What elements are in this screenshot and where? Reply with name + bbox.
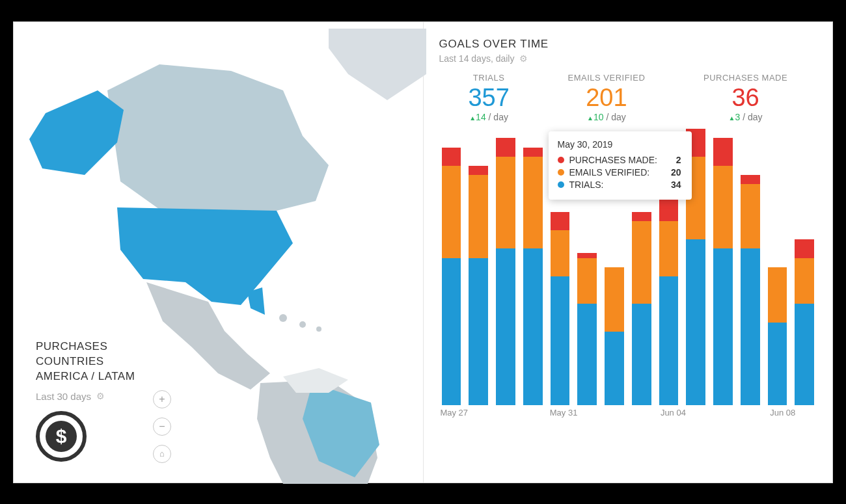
bar-segment — [686, 239, 705, 405]
bar[interactable] — [605, 267, 624, 405]
bar-segment — [632, 221, 651, 304]
bar[interactable] — [551, 212, 570, 405]
tooltip-row-purchases: PURCHASES MADE: 2 — [558, 155, 681, 165]
stacked-bar-chart[interactable]: May 30, 2019 PURCHASES MADE: 2 EMAILS VE… — [439, 129, 817, 425]
bar-segment — [496, 157, 515, 249]
goals-panel: GOALS OVER TIME Last 14 days, daily ⚙ TR… — [424, 22, 833, 483]
metric-emails: EMAILS VERIFIED 201 ▲10 / day — [568, 73, 646, 123]
bar-segment — [632, 304, 651, 405]
bar-segment — [523, 248, 543, 405]
metric-trials-label: TRIALS — [468, 73, 509, 83]
bar-segment — [605, 267, 624, 332]
bar[interactable] — [741, 175, 760, 405]
gear-icon[interactable]: ⚙ — [519, 53, 528, 64]
map-container: PURCHASES COUNTRIES AMERICA / LATAM Last… — [29, 35, 407, 470]
up-arrow-icon: ▲ — [729, 114, 735, 122]
x-axis: May 27 May 31 Jun 04 Jun 08 — [439, 408, 817, 425]
bar-segment — [741, 248, 760, 405]
bar[interactable] — [523, 148, 543, 406]
bar[interactable] — [795, 239, 814, 405]
goals-subtitle-text: Last 14 days, daily — [439, 53, 515, 64]
metric-trials-delta: ▲14 / day — [468, 112, 509, 122]
bar[interactable] — [577, 253, 597, 405]
dot-icon — [558, 181, 564, 188]
bar-segment — [713, 138, 733, 166]
bar-segment — [713, 248, 733, 405]
bar-segment — [577, 304, 597, 405]
up-arrow-icon: ▲ — [469, 114, 476, 122]
svg-point-2 — [316, 326, 321, 332]
tooltip-row-trials: TRIALS: 34 — [558, 179, 681, 190]
bar-segment — [523, 148, 543, 157]
bar[interactable] — [442, 148, 461, 406]
bar[interactable] — [768, 267, 787, 406]
metric-purchases-label: PURCHASES MADE — [703, 73, 787, 83]
bar-segment — [469, 175, 488, 258]
metric-purchases-value: 36 — [703, 84, 787, 113]
bar[interactable] — [632, 212, 651, 405]
bar-segment — [496, 248, 515, 405]
goals-subtitle: Last 14 days, daily ⚙ — [439, 53, 817, 64]
chart-tooltip: May 30, 2019 PURCHASES MADE: 2 EMAILS VE… — [549, 131, 692, 200]
zoom-out-button[interactable]: − — [153, 418, 171, 436]
bar-segment — [713, 166, 733, 249]
bar-segment — [442, 258, 461, 406]
bar-segment — [551, 212, 570, 230]
gear-icon[interactable]: ⚙ — [96, 391, 105, 401]
dashboard: PURCHASES COUNTRIES AMERICA / LATAM Last… — [13, 21, 833, 483]
tooltip-date: May 30, 2019 — [558, 139, 681, 150]
bar-segment — [632, 212, 651, 221]
bar-segment — [496, 138, 515, 156]
goals-title: GOALS OVER TIME — [439, 38, 817, 51]
bar[interactable] — [713, 138, 733, 405]
map-labels: PURCHASES COUNTRIES AMERICA / LATAM Last… — [36, 339, 205, 462]
bar-segment — [442, 148, 461, 166]
bar-segment — [469, 166, 488, 175]
bar-segment — [659, 276, 679, 405]
metric-purchases: PURCHASES MADE 36 ▲3 / day — [703, 73, 787, 123]
bar-segment — [741, 184, 760, 248]
map-period-text: Last 30 days — [36, 391, 91, 402]
metric-trials: TRIALS 357 ▲14 / day — [468, 73, 509, 123]
bar[interactable] — [496, 138, 515, 405]
bar-segment — [768, 323, 787, 406]
bar-segment — [577, 258, 597, 304]
dot-icon — [558, 157, 564, 163]
bar-segment — [551, 276, 570, 405]
svg-point-0 — [279, 314, 287, 322]
bar-segment — [795, 304, 814, 405]
bar-segment — [659, 221, 679, 276]
metric-purchases-delta: ▲3 / day — [703, 112, 787, 122]
svg-point-1 — [299, 321, 306, 328]
map-title-line-2: COUNTRIES — [36, 354, 205, 369]
axis-tick: Jun 08 — [770, 408, 795, 418]
bar[interactable] — [469, 166, 488, 405]
bar-segment — [741, 175, 760, 184]
zoom-home-button[interactable]: ⌂ — [153, 445, 171, 463]
tooltip-row-emails: EMAILS VERIFIED: 20 — [558, 167, 681, 178]
bar[interactable] — [659, 193, 679, 405]
bar-segment — [795, 258, 814, 304]
metric-emails-value: 201 — [568, 84, 646, 113]
axis-tick: May 27 — [440, 408, 468, 418]
bar-segment — [523, 157, 543, 249]
metrics-row: TRIALS 357 ▲14 / day EMAILS VERIFIED 201… — [439, 73, 817, 123]
axis-tick: Jun 04 — [661, 408, 686, 418]
metric-emails-delta: ▲10 / day — [568, 112, 646, 122]
metric-trials-value: 357 — [468, 84, 509, 113]
map-panel: PURCHASES COUNTRIES AMERICA / LATAM Last… — [14, 22, 424, 483]
dollar-icon: $ — [46, 421, 77, 452]
bar-segment — [551, 230, 570, 276]
map-title-line-1: PURCHASES — [36, 339, 205, 354]
map-zoom-controls: + − ⌂ — [153, 390, 171, 463]
zoom-in-button[interactable]: + — [153, 390, 171, 408]
axis-tick: May 31 — [550, 408, 578, 418]
map-period: Last 30 days ⚙ — [36, 391, 205, 402]
bar-segment — [605, 332, 624, 405]
bar-segment — [442, 166, 461, 258]
bar-segment — [795, 239, 814, 258]
bar-segment — [469, 258, 488, 406]
map-title-line-3: AMERICA / LATAM — [36, 369, 205, 384]
dot-icon — [558, 169, 564, 176]
metric-emails-label: EMAILS VERIFIED — [568, 73, 646, 83]
